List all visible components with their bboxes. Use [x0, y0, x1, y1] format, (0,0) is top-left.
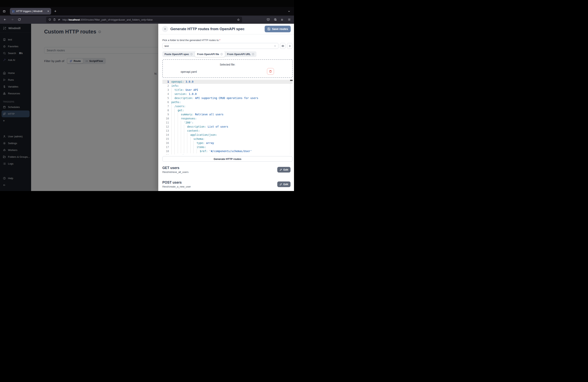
code-line-18: 18 $ref: '#/components/schemas/User'	[162, 149, 293, 153]
tab-label: Paste OpenAPI spec	[165, 53, 189, 56]
edit-route-button[interactable]: Edit	[277, 181, 291, 187]
info-icon	[252, 53, 254, 55]
plus-icon	[288, 44, 291, 47]
save-routes-button[interactable]: Save routes	[265, 26, 291, 32]
route-card-post-users: POST users f/test/create_a_new_user Edit	[162, 180, 293, 188]
eye-icon	[281, 44, 284, 47]
code-line-12: 12 description: List of users	[162, 125, 293, 129]
generated-routes-list: GET users f/test/retrieve_all_users Edit…	[162, 166, 293, 188]
view-folder-button[interactable]	[280, 43, 285, 49]
code-line-10: 10 responses:	[162, 117, 293, 121]
tab-label: From OpenAPI URL	[227, 53, 251, 56]
remove-file-button[interactable]	[267, 68, 274, 75]
info-icon	[190, 53, 193, 55]
generate-http-routes-button[interactable]: Generate HTTP routes	[162, 156, 293, 162]
code-line-5: 5 description: API supporting CRUD opera…	[162, 96, 293, 100]
pocket-icon[interactable]	[267, 18, 270, 21]
code-line-3: 3 title: User API	[162, 88, 293, 92]
code-line-15: 15 schema:	[162, 137, 293, 141]
route-title: POST users	[162, 180, 191, 185]
code-line-9: 9 summary: Retrieve all users	[162, 112, 293, 117]
openapi-drawer: Generate HTTP routes from OpenAPI spec S…	[158, 24, 294, 191]
required-asterisk: *	[219, 39, 220, 42]
firefox-view-icon[interactable]	[3, 10, 6, 13]
drawer-body: Pick a folder to bind the generated HTTP…	[158, 34, 294, 188]
folder-picker-label: Pick a folder to bind the generated HTTP…	[162, 39, 293, 42]
forward-icon[interactable]	[11, 18, 14, 21]
tab-from-openapi-file[interactable]: From OpenAPI file	[195, 51, 225, 57]
route-path: f/test/retrieve_all_users	[162, 170, 189, 173]
permissions-sliders-icon[interactable]	[58, 18, 61, 21]
app-viewport: Windmill test Favorites Search ⌘k Ask AI	[0, 24, 294, 191]
save-floppy-icon	[267, 27, 271, 31]
edit-label: Edit	[283, 183, 288, 186]
add-folder-button[interactable]	[287, 43, 293, 49]
selected-file-name: openapi.yaml	[181, 70, 197, 73]
account-icon[interactable]	[274, 18, 277, 21]
tab-close-button[interactable]: ✕	[47, 10, 49, 13]
trash-icon	[269, 70, 272, 73]
route-path: f/test/create_a_new_user	[162, 185, 191, 188]
info-icon	[220, 53, 223, 55]
drawer-header: Generate HTTP routes from OpenAPI spec S…	[158, 24, 294, 34]
edit-label: Edit	[283, 168, 288, 171]
back-icon[interactable]	[3, 18, 6, 21]
list-all-tabs-icon[interactable]	[288, 10, 291, 13]
tab-from-openapi-url[interactable]: From OpenAPI URL	[225, 51, 256, 57]
code-line-6: 6paths:	[162, 100, 293, 104]
browser-toolbar: http://localhost:3000/routes?filter_path…	[0, 16, 294, 24]
url-bar[interactable]: http://localhost:3000/routes?filter_path…	[46, 17, 242, 22]
bookmark-star-icon[interactable]	[237, 18, 240, 21]
extensions-puzzle-icon[interactable]	[281, 18, 284, 21]
code-line-17: 17 items:	[162, 145, 293, 149]
save-routes-label: Save routes	[272, 27, 288, 31]
chevron-down-icon	[274, 45, 276, 47]
windmill-favicon	[12, 10, 15, 13]
drawer-title: Generate HTTP routes from OpenAPI spec	[170, 27, 245, 31]
route-title: GET users	[162, 166, 189, 170]
reload-icon[interactable]	[18, 18, 21, 21]
code-line-19: 19 post:	[162, 153, 293, 154]
drawer-close-button[interactable]	[162, 26, 168, 32]
url-text[interactable]: http://localhost:3000/routes?filter_path…	[63, 18, 153, 21]
code-line-2: 2info:	[162, 84, 293, 88]
edit-route-button[interactable]: Edit	[277, 167, 291, 172]
close-icon	[164, 28, 167, 30]
selected-file-dropzone[interactable]: Selected file: openapi.yaml	[162, 59, 293, 78]
code-line-4: 4 version: 1.0.0	[162, 92, 293, 96]
editor-scrollbar-thumb[interactable]	[290, 80, 293, 81]
code-line-1: 1openapi: 3.0.0	[162, 80, 293, 84]
selected-file-label: Selected file:	[163, 63, 292, 66]
code-line-16: 16 type: array	[162, 141, 293, 145]
tab-title: HTTP triggers | Windmill	[16, 10, 46, 13]
openapi-code-editor[interactable]: 1openapi: 3.0.02info:3 title: User API4 …	[162, 80, 293, 154]
site-info-icon[interactable]	[53, 18, 56, 21]
tab-paste-openapi-spec[interactable]: Paste OpenAPI spec	[162, 51, 195, 57]
editor-scrollbar[interactable]	[290, 80, 293, 154]
new-tab-button[interactable]: +	[54, 9, 56, 13]
code-line-7: 7 /users:	[162, 104, 293, 108]
drawer-overlay-scrim[interactable]	[0, 24, 158, 191]
folder-select[interactable]: test	[162, 43, 278, 49]
code-line-14: 14 application/json:	[162, 133, 293, 137]
route-card-get-users: GET users f/test/retrieve_all_users Edit	[162, 166, 293, 173]
pencil-icon	[280, 169, 282, 171]
browser-tab-bar: HTTP triggers | Windmill ✕ +	[0, 7, 294, 16]
menu-hamburger-icon[interactable]	[288, 18, 291, 21]
pencil-icon	[280, 183, 282, 186]
code-line-11: 11 '200':	[162, 121, 293, 125]
tab-label: From OpenAPI file	[197, 53, 219, 56]
window-top-strip	[0, 0, 294, 7]
code-line-13: 13 content:	[162, 129, 293, 133]
tracking-protection-shield-icon[interactable]	[48, 18, 51, 21]
folder-select-value: test	[165, 44, 169, 47]
openapi-source-tabs: Paste OpenAPI spec From OpenAPI file Fro…	[162, 51, 256, 57]
code-line-8: 8 get:	[162, 108, 293, 112]
browser-tab[interactable]: HTTP triggers | Windmill ✕	[10, 8, 51, 15]
